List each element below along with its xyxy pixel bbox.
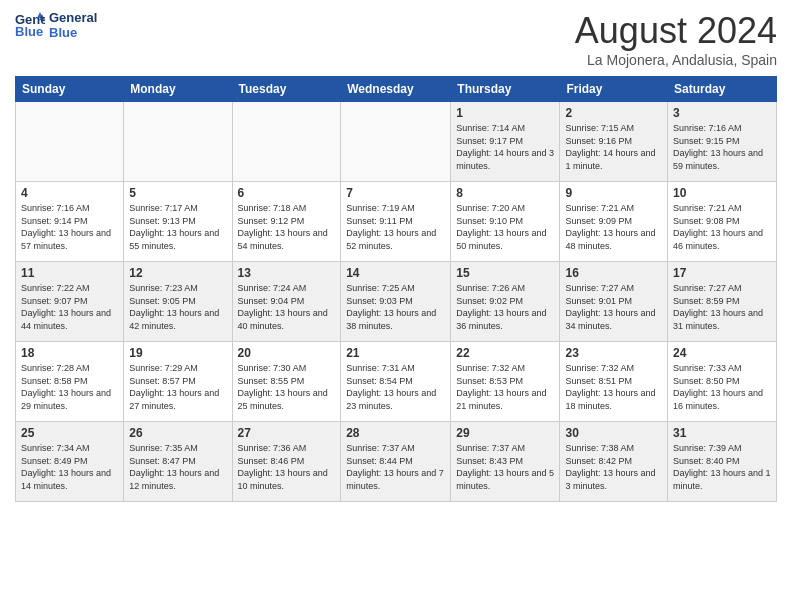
day-info: Sunrise: 7:32 AMSunset: 8:51 PMDaylight:…: [565, 362, 662, 412]
day-info: Sunrise: 7:39 AMSunset: 8:40 PMDaylight:…: [673, 442, 771, 492]
calendar-cell: 15Sunrise: 7:26 AMSunset: 9:02 PMDayligh…: [451, 262, 560, 342]
calendar-cell: 22Sunrise: 7:32 AMSunset: 8:53 PMDayligh…: [451, 342, 560, 422]
calendar-cell: 25Sunrise: 7:34 AMSunset: 8:49 PMDayligh…: [16, 422, 124, 502]
day-info: Sunrise: 7:22 AMSunset: 9:07 PMDaylight:…: [21, 282, 118, 332]
calendar-cell: 5Sunrise: 7:17 AMSunset: 9:13 PMDaylight…: [124, 182, 232, 262]
calendar-cell: 23Sunrise: 7:32 AMSunset: 8:51 PMDayligh…: [560, 342, 668, 422]
day-number: 3: [673, 106, 771, 120]
logo-general: General: [49, 10, 97, 25]
day-number: 22: [456, 346, 554, 360]
header: General Blue General Blue August 2024 La…: [15, 10, 777, 68]
page-container: General Blue General Blue August 2024 La…: [0, 0, 792, 512]
day-number: 8: [456, 186, 554, 200]
calendar-cell: 2Sunrise: 7:15 AMSunset: 9:16 PMDaylight…: [560, 102, 668, 182]
day-info: Sunrise: 7:15 AMSunset: 9:16 PMDaylight:…: [565, 122, 662, 172]
weekday-header: Friday: [560, 77, 668, 102]
day-number: 24: [673, 346, 771, 360]
day-number: 6: [238, 186, 336, 200]
day-number: 25: [21, 426, 118, 440]
day-number: 12: [129, 266, 226, 280]
calendar-cell: 18Sunrise: 7:28 AMSunset: 8:58 PMDayligh…: [16, 342, 124, 422]
calendar-cell: 7Sunrise: 7:19 AMSunset: 9:11 PMDaylight…: [341, 182, 451, 262]
day-number: 29: [456, 426, 554, 440]
day-number: 17: [673, 266, 771, 280]
calendar-cell: 9Sunrise: 7:21 AMSunset: 9:09 PMDaylight…: [560, 182, 668, 262]
day-number: 10: [673, 186, 771, 200]
day-number: 26: [129, 426, 226, 440]
weekday-header: Saturday: [668, 77, 777, 102]
weekday-header: Thursday: [451, 77, 560, 102]
calendar-cell: [341, 102, 451, 182]
calendar-cell: 30Sunrise: 7:38 AMSunset: 8:42 PMDayligh…: [560, 422, 668, 502]
calendar-cell: 12Sunrise: 7:23 AMSunset: 9:05 PMDayligh…: [124, 262, 232, 342]
day-number: 16: [565, 266, 662, 280]
location: La Mojonera, Andalusia, Spain: [575, 52, 777, 68]
day-number: 23: [565, 346, 662, 360]
day-info: Sunrise: 7:32 AMSunset: 8:53 PMDaylight:…: [456, 362, 554, 412]
calendar-cell: 19Sunrise: 7:29 AMSunset: 8:57 PMDayligh…: [124, 342, 232, 422]
calendar-cell: 11Sunrise: 7:22 AMSunset: 9:07 PMDayligh…: [16, 262, 124, 342]
day-number: 28: [346, 426, 445, 440]
calendar-header-row: SundayMondayTuesdayWednesdayThursdayFrid…: [16, 77, 777, 102]
weekday-header: Monday: [124, 77, 232, 102]
day-info: Sunrise: 7:24 AMSunset: 9:04 PMDaylight:…: [238, 282, 336, 332]
calendar-cell: 10Sunrise: 7:21 AMSunset: 9:08 PMDayligh…: [668, 182, 777, 262]
calendar-cell: 13Sunrise: 7:24 AMSunset: 9:04 PMDayligh…: [232, 262, 341, 342]
day-number: 9: [565, 186, 662, 200]
calendar-cell: 29Sunrise: 7:37 AMSunset: 8:43 PMDayligh…: [451, 422, 560, 502]
day-number: 5: [129, 186, 226, 200]
day-number: 14: [346, 266, 445, 280]
calendar-cell: 4Sunrise: 7:16 AMSunset: 9:14 PMDaylight…: [16, 182, 124, 262]
day-info: Sunrise: 7:34 AMSunset: 8:49 PMDaylight:…: [21, 442, 118, 492]
day-info: Sunrise: 7:27 AMSunset: 9:01 PMDaylight:…: [565, 282, 662, 332]
day-info: Sunrise: 7:19 AMSunset: 9:11 PMDaylight:…: [346, 202, 445, 252]
day-number: 18: [21, 346, 118, 360]
day-info: Sunrise: 7:16 AMSunset: 9:15 PMDaylight:…: [673, 122, 771, 172]
day-number: 4: [21, 186, 118, 200]
day-info: Sunrise: 7:30 AMSunset: 8:55 PMDaylight:…: [238, 362, 336, 412]
day-info: Sunrise: 7:25 AMSunset: 9:03 PMDaylight:…: [346, 282, 445, 332]
day-number: 11: [21, 266, 118, 280]
day-info: Sunrise: 7:21 AMSunset: 9:09 PMDaylight:…: [565, 202, 662, 252]
day-info: Sunrise: 7:27 AMSunset: 8:59 PMDaylight:…: [673, 282, 771, 332]
day-number: 13: [238, 266, 336, 280]
calendar-cell: 6Sunrise: 7:18 AMSunset: 9:12 PMDaylight…: [232, 182, 341, 262]
logo-blue: Blue: [49, 25, 97, 40]
day-number: 20: [238, 346, 336, 360]
day-info: Sunrise: 7:21 AMSunset: 9:08 PMDaylight:…: [673, 202, 771, 252]
day-info: Sunrise: 7:16 AMSunset: 9:14 PMDaylight:…: [21, 202, 118, 252]
day-info: Sunrise: 7:23 AMSunset: 9:05 PMDaylight:…: [129, 282, 226, 332]
day-info: Sunrise: 7:28 AMSunset: 8:58 PMDaylight:…: [21, 362, 118, 412]
calendar-cell: [232, 102, 341, 182]
calendar-week-row: 11Sunrise: 7:22 AMSunset: 9:07 PMDayligh…: [16, 262, 777, 342]
day-info: Sunrise: 7:20 AMSunset: 9:10 PMDaylight:…: [456, 202, 554, 252]
calendar-week-row: 18Sunrise: 7:28 AMSunset: 8:58 PMDayligh…: [16, 342, 777, 422]
weekday-header: Sunday: [16, 77, 124, 102]
day-number: 31: [673, 426, 771, 440]
day-info: Sunrise: 7:37 AMSunset: 8:43 PMDaylight:…: [456, 442, 554, 492]
day-number: 21: [346, 346, 445, 360]
calendar-cell: 27Sunrise: 7:36 AMSunset: 8:46 PMDayligh…: [232, 422, 341, 502]
day-number: 7: [346, 186, 445, 200]
day-info: Sunrise: 7:31 AMSunset: 8:54 PMDaylight:…: [346, 362, 445, 412]
day-info: Sunrise: 7:29 AMSunset: 8:57 PMDaylight:…: [129, 362, 226, 412]
calendar-week-row: 25Sunrise: 7:34 AMSunset: 8:49 PMDayligh…: [16, 422, 777, 502]
day-info: Sunrise: 7:26 AMSunset: 9:02 PMDaylight:…: [456, 282, 554, 332]
day-number: 19: [129, 346, 226, 360]
calendar-cell: [124, 102, 232, 182]
day-number: 30: [565, 426, 662, 440]
weekday-header: Wednesday: [341, 77, 451, 102]
day-number: 27: [238, 426, 336, 440]
calendar-cell: 17Sunrise: 7:27 AMSunset: 8:59 PMDayligh…: [668, 262, 777, 342]
calendar-cell: 3Sunrise: 7:16 AMSunset: 9:15 PMDaylight…: [668, 102, 777, 182]
title-block: August 2024 La Mojonera, Andalusia, Spai…: [575, 10, 777, 68]
logo-icon: General Blue: [15, 10, 45, 40]
calendar-cell: 14Sunrise: 7:25 AMSunset: 9:03 PMDayligh…: [341, 262, 451, 342]
day-info: Sunrise: 7:37 AMSunset: 8:44 PMDaylight:…: [346, 442, 445, 492]
calendar-cell: 21Sunrise: 7:31 AMSunset: 8:54 PMDayligh…: [341, 342, 451, 422]
calendar-cell: 16Sunrise: 7:27 AMSunset: 9:01 PMDayligh…: [560, 262, 668, 342]
calendar-table: SundayMondayTuesdayWednesdayThursdayFrid…: [15, 76, 777, 502]
calendar-cell: 20Sunrise: 7:30 AMSunset: 8:55 PMDayligh…: [232, 342, 341, 422]
day-info: Sunrise: 7:14 AMSunset: 9:17 PMDaylight:…: [456, 122, 554, 172]
day-info: Sunrise: 7:36 AMSunset: 8:46 PMDaylight:…: [238, 442, 336, 492]
